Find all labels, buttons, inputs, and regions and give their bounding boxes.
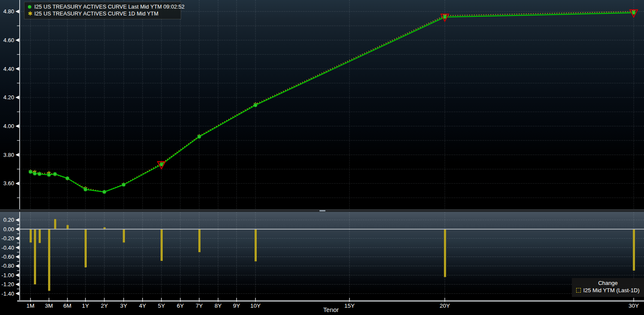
x-axis-tick-label: 9Y: [233, 303, 240, 309]
y-axis-line: [19, 0, 20, 209]
change-bar[interactable]: [444, 229, 446, 277]
x-axis-tick-label: 2Y: [101, 303, 108, 309]
legend-item-1d[interactable]: I25 US TREASURY ACTIVES CURVE 1D Mid YTM: [28, 10, 177, 17]
x-axis-tick: [142, 298, 143, 302]
legend-item-last[interactable]: I25 US TREASURY ACTIVES CURVE Last Mid Y…: [28, 3, 177, 10]
y-axis-line: [19, 212, 20, 300]
change-legend[interactable]: Change I25 Mid YTM (Last-1D): [572, 278, 644, 297]
y-axis-tick-label: -0.40: [1, 245, 14, 251]
change-bar[interactable]: [161, 229, 163, 261]
y-axis-tick-label: 4.00: [3, 123, 14, 129]
last-point-marker[interactable]: [84, 188, 87, 191]
y-axis-minor-tick: [17, 54, 20, 55]
last-point-marker[interactable]: [122, 183, 125, 187]
y-axis-minor-tick: [17, 233, 20, 234]
y-axis-tick-label: 3.60: [3, 180, 14, 187]
last-point-marker[interactable]: [33, 172, 36, 175]
x-axis-tick: [49, 298, 49, 302]
x-axis-tick: [123, 298, 124, 302]
y-axis-tick-label: 4.80: [3, 8, 14, 15]
y-axis-tick-arrow: [15, 255, 19, 258]
y-axis-tick-arrow: [15, 96, 19, 99]
last-point-marker[interactable]: [38, 172, 41, 176]
prev-curve-line[interactable]: [30, 12, 634, 192]
change-bar[interactable]: [30, 229, 32, 242]
y-axis-tick-arrow: [15, 153, 19, 156]
change-bar[interactable]: [255, 229, 257, 261]
y-axis-tick-arrow: [15, 237, 19, 240]
y-axis-tick-arrow: [15, 67, 19, 70]
last-point-marker[interactable]: [197, 135, 201, 138]
y-axis-tick-label: 4.60: [3, 37, 14, 43]
x-axis-tick-label: 3Y: [120, 303, 128, 309]
x-axis-tick-label: 20Y: [440, 303, 450, 309]
x-axis-line: [17, 300, 644, 300]
y-axis-minor-tick: [17, 224, 20, 225]
change-bar[interactable]: [67, 225, 69, 229]
change-bar[interactable]: [123, 229, 125, 242]
y-axis-minor-tick: [17, 270, 20, 271]
yellow-asterisk-icon: [28, 12, 32, 16]
y-axis-minor-tick: [17, 140, 20, 141]
last-point-marker[interactable]: [103, 190, 106, 194]
y-axis-minor-tick: [17, 252, 20, 252]
last-curve-line[interactable]: [30, 13, 634, 192]
main-legend: I25 US TREASURY ACTIVES CURVE Last Mid Y…: [24, 2, 181, 19]
x-axis-tick-label: 10Y: [250, 303, 261, 309]
x-axis-tick-label: 4Y: [139, 303, 146, 309]
x-axis-tick: [255, 298, 255, 302]
y-axis-tick-arrow: [15, 10, 19, 13]
x-axis-tick-label: 7Y: [196, 303, 203, 309]
y-axis-tick-label: 4.20: [3, 94, 14, 101]
x-axis-tick: [67, 298, 67, 302]
last-point-marker[interactable]: [29, 170, 32, 174]
x-axis-tick-label: 5Y: [158, 303, 165, 309]
last-point-marker[interactable]: [66, 177, 69, 180]
y-axis-tick-arrow: [15, 38, 19, 42]
last-point-marker[interactable]: [254, 104, 257, 107]
chart-canvas[interactable]: 4.804.604.404.204.003.803.600.200.00-0.2…: [0, 0, 644, 315]
y-axis-tick-label: -0.20: [1, 235, 14, 242]
x-axis-tick: [30, 298, 30, 302]
x-axis-tick: [104, 298, 104, 302]
x-axis-tick-label: 1M: [27, 303, 35, 309]
change-legend-label: I25 Mid YTM (Last-1D): [583, 287, 639, 294]
last-point-marker[interactable]: [47, 173, 51, 177]
y-axis-tick-arrow: [15, 182, 19, 185]
change-bar[interactable]: [198, 229, 200, 252]
y-axis-minor-tick: [17, 279, 20, 280]
y-axis-tick-arrow: [15, 283, 19, 286]
y-axis-tick-arrow: [15, 292, 19, 295]
x-axis-tick: [85, 298, 85, 302]
x-axis-tick: [349, 298, 349, 302]
change-bar[interactable]: [633, 229, 635, 271]
y-axis-minor-tick: [17, 243, 20, 243]
x-axis-tick: [199, 298, 199, 302]
change-bar[interactable]: [54, 219, 56, 229]
change-bar[interactable]: [39, 229, 41, 243]
x-axis-tick-label: 6M: [64, 303, 72, 309]
change-bar[interactable]: [85, 229, 87, 267]
legend-item-last-label: I25 US TREASURY ACTIVES CURVE Last Mid Y…: [34, 4, 185, 10]
x-axis-tick-label: 6Y: [177, 303, 184, 309]
change-legend-title: Change: [572, 280, 644, 286]
y-axis-tick-label: -0.80: [1, 263, 14, 269]
green-dot-icon: [28, 5, 31, 9]
x-axis-tick: [633, 298, 634, 302]
y-axis-minor-tick: [17, 289, 20, 289]
x-axis-tick-label: 3M: [45, 303, 53, 309]
y-axis-minor-tick: [17, 83, 20, 83]
x-axis-tick-label: 1Y: [82, 303, 89, 309]
y-axis-minor-tick: [17, 112, 20, 112]
y-axis-tick-label: 0.00: [3, 226, 14, 232]
x-axis-tick: [236, 298, 237, 302]
last-point-marker[interactable]: [53, 172, 57, 176]
change-bar[interactable]: [34, 229, 36, 284]
y-axis-tick-arrow: [15, 218, 19, 222]
x-axis-tick: [444, 298, 445, 302]
y-axis-tick-label: 0.20: [3, 217, 14, 223]
change-bar[interactable]: [48, 229, 50, 291]
legend-item-1d-label: I25 US TREASURY ACTIVES CURVE 1D Mid YTM: [34, 11, 158, 17]
change-bar[interactable]: [103, 227, 106, 229]
x-axis-line: [17, 300, 644, 301]
